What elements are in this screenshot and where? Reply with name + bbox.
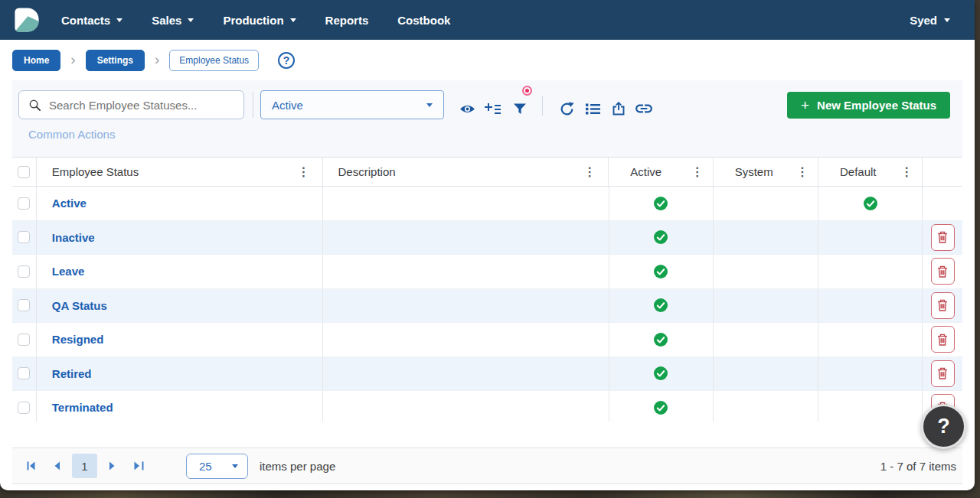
system-cell [714,289,818,323]
system-cell [714,187,818,220]
chevron-down-icon [944,18,950,22]
employee-status-link[interactable]: QA Status [52,299,107,312]
status-filter-dropdown[interactable]: Active [260,90,444,119]
row-checkbox[interactable] [18,299,30,311]
default-cell [818,357,923,391]
brand-logo-icon[interactable] [14,6,40,34]
export-icon[interactable] [609,99,629,119]
toolbar-panel: Active + New Employee Status Co [12,80,962,157]
system-cell [714,221,818,255]
list-view-icon[interactable] [583,99,603,119]
next-page-button[interactable] [100,454,123,477]
chevron-down-icon [426,103,433,107]
column-menu-icon[interactable]: ⋮ [298,166,310,178]
description-cell [323,391,609,422]
column-menu-icon[interactable]: ⋮ [900,166,913,178]
page-size-dropdown[interactable]: 25 [186,454,248,479]
column-menu-icon[interactable]: ⋮ [691,166,704,178]
system-cell [714,255,818,288]
page-number-button[interactable]: 1 [72,454,97,478]
table-row: Resigned [12,323,962,357]
row-checkbox[interactable] [18,367,30,379]
column-header-active: Active [630,165,662,178]
nav-item-production[interactable]: Production [223,14,296,27]
delete-button[interactable] [931,292,955,319]
search-input[interactable] [49,99,234,112]
app-window: Contacts Sales Production Reports Costbo… [0,0,975,490]
nav-item-contacts[interactable]: Contacts [61,14,122,27]
refresh-icon[interactable] [557,99,577,119]
employee-status-link[interactable]: Inactive [52,231,95,244]
description-cell [323,357,609,391]
user-name: Syed [910,14,937,27]
breadcrumb: Home › Settings › Employee Status ? [0,40,975,80]
employee-status-link[interactable]: Retired [52,367,92,380]
breadcrumb-settings-button[interactable]: Settings [86,50,145,71]
toolbar-divider [542,96,543,116]
top-navigation-bar: Contacts Sales Production Reports Costbo… [0,0,975,40]
employee-status-link[interactable]: Terminated [52,401,113,414]
last-page-button[interactable] [126,454,149,477]
common-actions-link[interactable]: Common Actions [28,128,115,141]
first-page-button[interactable] [20,454,43,477]
new-employee-status-button[interactable]: + New Employee Status [787,92,950,119]
copy-link-icon[interactable] [634,99,654,119]
toolbar-divider [253,92,253,118]
nav-item-costbook[interactable]: Costbook [397,14,450,27]
table-row: Inactive [12,221,962,256]
column-menu-icon[interactable]: ⋮ [796,166,808,178]
row-checkbox[interactable] [18,231,30,243]
table-row: Leave [12,255,962,289]
row-checkbox[interactable] [18,265,30,278]
table-row: Retired [12,357,962,392]
add-row-icon[interactable] [482,99,502,119]
active-check-icon [654,366,668,380]
row-checkbox[interactable] [18,334,30,346]
row-checkbox[interactable] [18,402,30,414]
default-cell [818,323,923,356]
select-all-checkbox[interactable] [18,166,30,178]
system-cell [714,391,818,422]
page-help-icon[interactable]: ? [278,52,295,69]
breadcrumb-home-button[interactable]: Home [12,50,60,71]
description-cell [323,323,609,356]
delete-button[interactable] [931,326,955,353]
previous-page-button[interactable] [46,454,69,477]
active-check-icon [654,298,668,312]
active-check-icon [654,265,668,278]
system-cell [714,323,818,356]
plus-icon: + [801,98,809,112]
delete-button[interactable] [931,224,955,251]
active-check-icon [654,230,668,244]
default-cell [818,391,923,422]
search-icon [28,99,41,112]
main-menu: Contacts Sales Production Reports Costbo… [61,14,450,27]
table-row: QA Status [12,289,962,324]
delete-button[interactable] [931,258,955,285]
delete-button[interactable] [931,360,955,387]
column-header-default: Default [840,165,877,178]
nav-item-sales[interactable]: Sales [152,14,194,27]
items-range-label: 1 - 7 of 7 items [880,460,956,473]
row-checkbox[interactable] [18,197,30,210]
column-menu-icon[interactable]: ⋮ [583,166,596,178]
default-cell [818,289,923,323]
page-size-value: 25 [199,460,212,473]
employee-status-link[interactable]: Active [52,197,87,210]
user-menu[interactable]: Syed [910,14,950,27]
employee-status-link[interactable]: Leave [52,265,85,278]
breadcrumb-separator-icon: › [155,52,159,68]
active-check-icon [654,401,668,415]
nav-item-reports[interactable]: Reports [325,14,369,27]
employee-status-link[interactable]: Resigned [52,333,104,346]
floating-help-button[interactable]: ? [921,404,966,449]
filter-icon[interactable] [510,99,530,119]
chevron-down-icon [116,18,122,22]
visibility-icon[interactable] [457,99,477,119]
items-per-page-label: items per page [260,460,335,473]
table-header-row: Employee Status⋮ Description⋮ Active⋮ Sy… [12,158,962,187]
column-header-system: System [735,165,773,178]
pagination-bar: 1 25 items per page 1 - 7 of 7 items [12,448,962,484]
chevron-down-icon [290,18,296,22]
column-header-employee-status: Employee Status [52,165,139,178]
